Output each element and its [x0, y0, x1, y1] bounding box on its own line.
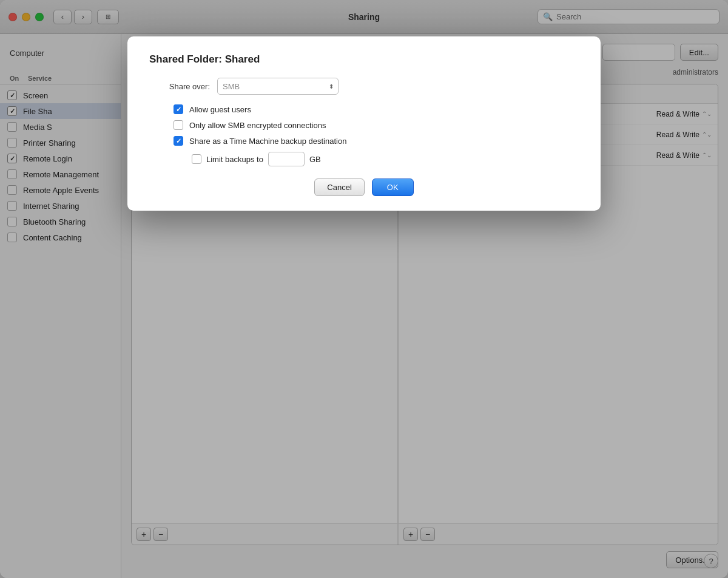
gb-label: GB	[309, 155, 321, 164]
share-over-label: Share over:	[149, 82, 210, 91]
limit-backups-checkbox[interactable]	[192, 154, 201, 164]
smb-encrypted-row: Only allow SMB encrypted connections	[149, 120, 579, 130]
time-machine-checkbox[interactable]	[174, 136, 183, 146]
window: ‹ › ⊞ Sharing 🔍 Computer On Service	[0, 0, 728, 578]
limit-row: Limit backups to GB	[149, 152, 579, 166]
ok-button[interactable]: OK	[372, 178, 414, 196]
time-machine-row: Share as a Time Machine backup destinati…	[149, 136, 579, 146]
time-machine-label: Share as a Time Machine backup destinati…	[189, 137, 346, 146]
modal-buttons: Cancel OK	[149, 178, 579, 196]
allow-guest-label: Allow guest users	[189, 105, 251, 114]
share-over-select[interactable]: SMB AFP NFS	[217, 78, 339, 95]
share-over-row: Share over: SMB AFP NFS ⬍	[149, 78, 579, 95]
limit-backups-label: Limit backups to	[206, 155, 263, 164]
cancel-button[interactable]: Cancel	[314, 178, 364, 196]
limit-input[interactable]	[268, 152, 305, 166]
allow-guest-checkbox[interactable]	[174, 104, 183, 114]
modal-overlay: Shared Folder: Shared Share over: SMB AF…	[0, 0, 728, 578]
share-over-select-wrapper: SMB AFP NFS ⬍	[217, 78, 339, 95]
smb-encrypted-checkbox[interactable]	[174, 120, 183, 130]
allow-guest-row: Allow guest users	[149, 104, 579, 114]
smb-encrypted-label: Only allow SMB encrypted connections	[189, 121, 326, 130]
modal-dialog: Shared Folder: Shared Share over: SMB AF…	[127, 36, 601, 211]
modal-title: Shared Folder: Shared	[149, 53, 579, 66]
